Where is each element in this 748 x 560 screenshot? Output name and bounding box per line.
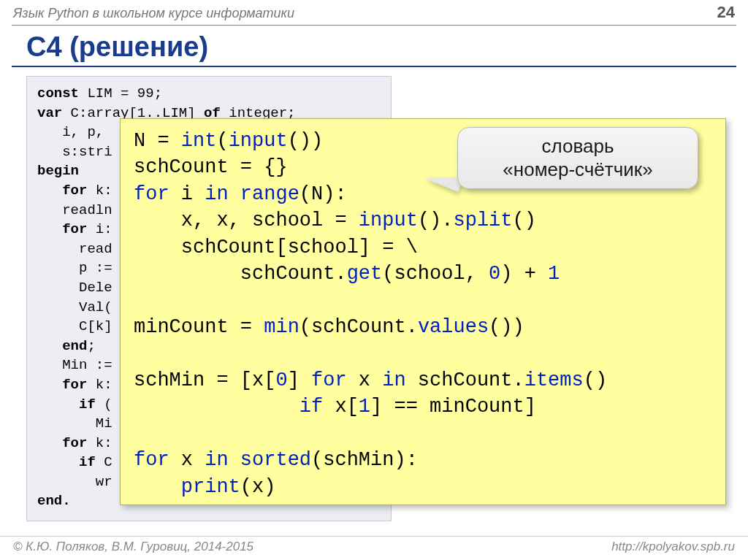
callout-bubble: словарь «номер-счётчик» [457,127,698,189]
header-bar: Язык Python в школьном курсе информатики… [0,0,748,22]
page-title: C4 (решение) [26,31,748,63]
page-number: 24 [717,3,735,22]
footer-bar: © К.Ю. Поляков, В.М. Гуровиц, 2014-2015 … [0,536,748,560]
footer-copyright: © К.Ю. Поляков, В.М. Гуровиц, 2014-2015 [13,540,253,554]
callout-line1: словарь [542,135,614,157]
subject-title: Язык Python в школьном курсе информатики [13,6,294,21]
footer-url: http://kpolyakov.spb.ru [611,540,735,554]
callout-line2: «номер-счётчик» [503,158,652,180]
content-area: const LIM = 99; var C:array[1..LIM] of i… [26,76,728,536]
title-rule [12,66,736,67]
header-rule [12,25,736,26]
